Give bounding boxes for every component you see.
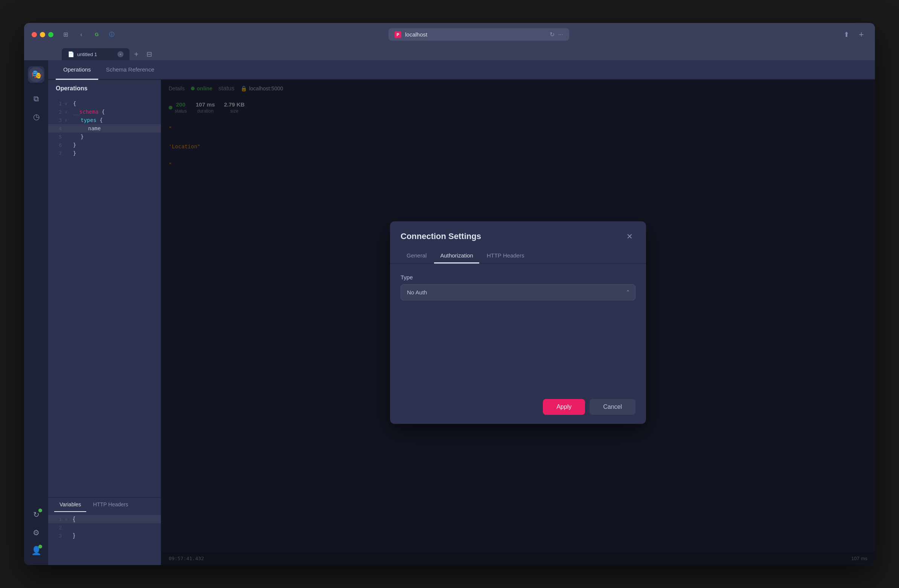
app-body: 🎭 ⧉ ◷ ↻ ⚙ 👤 Ope bbox=[24, 60, 875, 565]
tab-schema-reference[interactable]: Schema Reference bbox=[98, 60, 162, 80]
history-icon: ◷ bbox=[33, 112, 40, 121]
new-tab-button[interactable]: + bbox=[855, 29, 867, 41]
var-code-line-2: 2 bbox=[48, 523, 161, 531]
url-text: localhost bbox=[405, 31, 427, 38]
more-icon[interactable]: ··· bbox=[558, 31, 563, 38]
modal-body: Type No Auth Bearer Token Basic Auth API… bbox=[390, 264, 646, 392]
modal-tab-http-headers[interactable]: HTTP Headers bbox=[481, 248, 530, 264]
connection-settings-modal: Connection Settings ✕ General Authorizat… bbox=[390, 221, 646, 424]
tab-file-icon: 📄 bbox=[68, 51, 74, 57]
browser-tab-untitled[interactable]: 📄 untitled 1 • bbox=[62, 48, 130, 60]
code-line-7: 7 } bbox=[48, 149, 161, 157]
var-tabs: Variables HTTP Headers bbox=[48, 498, 161, 512]
tab-http-headers[interactable]: HTTP Headers bbox=[88, 498, 133, 512]
app-logo: 🎭 bbox=[28, 66, 45, 83]
close-button[interactable] bbox=[32, 32, 37, 37]
modal-close-button[interactable]: ✕ bbox=[623, 230, 635, 242]
icon-sidebar: 🎭 ⧉ ◷ ↻ ⚙ 👤 bbox=[24, 60, 48, 565]
code-line-3: 3 ∨ types { bbox=[48, 116, 161, 124]
modal-overlay: Connection Settings ✕ General Authorizat… bbox=[161, 80, 875, 565]
sidebar-user-button[interactable]: 👤 bbox=[28, 542, 45, 559]
address-bar-container: P localhost ↻ ··· bbox=[124, 28, 834, 41]
code-line-2: 2 ∨ __schema { bbox=[48, 108, 161, 116]
sidebar-refresh-button[interactable]: ↻ bbox=[28, 506, 45, 523]
var-code-editor[interactable]: 1 ∨ { 2 3 bbox=[48, 512, 161, 565]
modal-header: Connection Settings ✕ bbox=[390, 221, 646, 248]
share-button[interactable]: ⬆ bbox=[840, 29, 852, 41]
sidebar-toggle-button[interactable]: ⊞ bbox=[59, 29, 71, 41]
code-line-1: 1 ∨ { bbox=[48, 99, 161, 108]
panel-content: Operations 1 ∨ { 2 ∨ __schema { bbox=[48, 80, 875, 565]
browser-controls: ⊞ ‹ G ⓘ bbox=[59, 29, 117, 41]
browser-window: ⊞ ‹ G ⓘ P localhost ↻ ··· ⬆ + bbox=[24, 23, 875, 565]
reload-icon[interactable]: ↻ bbox=[550, 31, 555, 38]
modal-title: Connection Settings bbox=[400, 231, 481, 241]
tab-variables[interactable]: Variables bbox=[54, 498, 86, 512]
var-code-line-1: 1 ∨ { bbox=[48, 515, 161, 523]
response-panel: Details online status 🔒 localhost:5000 bbox=[161, 80, 875, 565]
code-line-4: 4 name bbox=[48, 124, 161, 133]
modal-tabs: General Authorization HTTP Headers bbox=[390, 248, 646, 264]
back-button[interactable]: ‹ bbox=[75, 29, 87, 41]
operations-title: Operations bbox=[48, 80, 161, 96]
logo-image: 🎭 bbox=[29, 67, 44, 82]
tab-operations[interactable]: Operations bbox=[56, 60, 98, 80]
tab-title: untitled 1 bbox=[77, 52, 97, 57]
editor-panel: Operations 1 ∨ { 2 ∨ __schema { bbox=[48, 80, 161, 565]
modal-footer: Apply Cancel bbox=[390, 392, 646, 424]
type-label: Type bbox=[400, 274, 635, 281]
main-panel: Operations Schema Reference Operations 1… bbox=[48, 60, 875, 565]
copy-icon: ⧉ bbox=[34, 94, 39, 103]
settings-icon: ⚙ bbox=[33, 528, 40, 537]
top-bar: ⊞ ‹ G ⓘ P localhost ↻ ··· ⬆ + bbox=[32, 28, 867, 45]
traffic-lights bbox=[32, 32, 54, 37]
sidebar-settings-button[interactable]: ⚙ bbox=[28, 525, 45, 541]
new-tab-plus-button[interactable]: + bbox=[131, 49, 142, 59]
cancel-button[interactable]: Cancel bbox=[590, 399, 635, 415]
auth-type-select[interactable]: No Auth Bearer Token Basic Auth API Key bbox=[400, 284, 635, 300]
user-notification-badge bbox=[39, 545, 42, 548]
tab-close-button[interactable]: • bbox=[117, 51, 124, 57]
variables-section: Variables HTTP Headers 1 ∨ { 2 bbox=[48, 497, 161, 565]
address-bar[interactable]: P localhost ↻ ··· bbox=[389, 28, 569, 41]
code-editor[interactable]: 1 ∨ { 2 ∨ __schema { 3 ∨ types { bbox=[48, 96, 161, 497]
browser-actions-right: ⬆ + bbox=[840, 29, 867, 41]
browser-chrome: ⊞ ‹ G ⓘ P localhost ↻ ··· ⬆ + bbox=[24, 23, 875, 60]
minimize-button[interactable] bbox=[40, 32, 45, 37]
code-line-5: 5 } bbox=[48, 133, 161, 141]
modal-tab-authorization[interactable]: Authorization bbox=[434, 248, 479, 264]
tab-grid-button[interactable]: ⊟ bbox=[143, 48, 155, 60]
var-code-line-3: 3 } bbox=[48, 531, 161, 540]
grammarly-icon[interactable]: G bbox=[91, 29, 102, 40]
code-line-6: 6 } bbox=[48, 141, 161, 149]
modal-tab-general[interactable]: General bbox=[400, 248, 433, 264]
apply-button[interactable]: Apply bbox=[543, 399, 585, 415]
panel-tabs: Operations Schema Reference bbox=[48, 60, 875, 80]
extension-icon[interactable]: ⓘ bbox=[106, 29, 117, 40]
notification-badge bbox=[39, 509, 42, 512]
type-select-wrapper: No Auth Bearer Token Basic Auth API Key … bbox=[400, 284, 635, 300]
maximize-button[interactable] bbox=[48, 32, 54, 37]
tab-bar: 📄 untitled 1 • + ⊟ bbox=[32, 48, 867, 60]
sidebar-copy-button[interactable]: ⧉ bbox=[28, 90, 45, 107]
site-favicon: P bbox=[394, 31, 401, 38]
sidebar-history-button[interactable]: ◷ bbox=[28, 108, 45, 125]
